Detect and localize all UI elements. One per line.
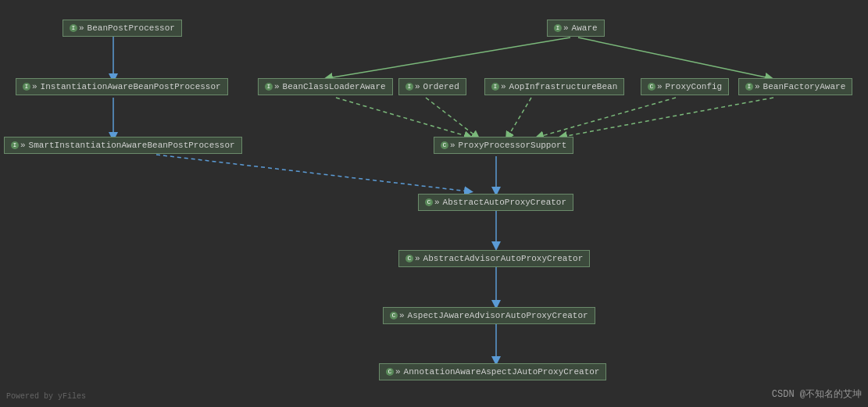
node-icon: I » — [265, 82, 280, 91]
node-label: BeanClassLoaderAware — [283, 82, 386, 91]
node-icon: C » — [405, 254, 420, 263]
node-AopInfrastructureBean[interactable]: I » AopInfrastructureBean — [484, 78, 624, 95]
node-label: Ordered — [423, 82, 459, 91]
node-icon: I » — [745, 82, 760, 91]
node-label: InstantiationAwareBeanPostProcessor — [41, 82, 221, 91]
node-SmartInstantiationAwareBeanPostProcessor[interactable]: I » SmartInstantiationAwareBeanPostProce… — [4, 137, 242, 154]
node-BeanPostProcessor[interactable]: I » BeanPostProcessor — [63, 20, 182, 37]
node-ProxyConfig[interactable]: C » ProxyConfig — [641, 78, 729, 95]
node-icon: C » — [386, 367, 401, 377]
watermark-right: CSDN @不知名的艾坤 — [772, 387, 862, 401]
node-InstantiationAwareBeanPostProcessor[interactable]: I » InstantiationAwareBeanPostProcessor — [16, 78, 228, 95]
node-icon: I » — [491, 82, 506, 91]
node-Aware[interactable]: I » Aware — [547, 20, 605, 37]
node-icon: I » — [23, 82, 38, 91]
node-label: AnnotationAwareAspectJAutoProxyCreator — [404, 367, 600, 377]
svg-line-6 — [156, 155, 469, 191]
node-icon: I » — [70, 23, 84, 33]
node-label: Aware — [572, 23, 598, 33]
node-icon: I » — [554, 23, 569, 33]
svg-line-7 — [328, 37, 570, 78]
node-Ordered[interactable]: I » Ordered — [398, 78, 466, 95]
node-AnnotationAwareAspectJAutoProxyCreator[interactable]: C » AnnotationAwareAspectJAutoProxyCreat… — [379, 363, 606, 380]
node-icon: C » — [648, 82, 663, 91]
node-label: AbstractAutoProxyCreator — [443, 198, 566, 207]
svg-line-11 — [508, 98, 531, 137]
node-AbstractAutoProxyCreator[interactable]: C » AbstractAutoProxyCreator — [418, 194, 573, 211]
node-label: ProxyProcessorSupport — [459, 141, 567, 150]
svg-line-8 — [578, 37, 770, 78]
node-AbstractAdvisorAutoProxyCreator[interactable]: C » AbstractAdvisorAutoProxyCreator — [398, 250, 590, 267]
node-icon: C » — [441, 141, 455, 150]
node-icon: I » — [405, 82, 420, 91]
node-icon: I » — [11, 141, 26, 150]
node-label: ProxyConfig — [666, 82, 723, 91]
node-icon: C » — [425, 198, 440, 207]
node-ProxyProcessorSupport[interactable]: C » ProxyProcessorSupport — [434, 137, 573, 154]
node-label: BeanPostProcessor — [88, 23, 175, 33]
node-label: SmartInstantiationAwareBeanPostProcessor — [29, 141, 235, 150]
node-AspectJAwareAdvisorAutoProxyCreator[interactable]: C » AspectJAwareAdvisorAutoProxyCreator — [383, 307, 595, 324]
node-label: AbstractAdvisorAutoProxyCreator — [423, 254, 584, 263]
svg-line-9 — [336, 98, 469, 137]
node-icon: C » — [390, 311, 405, 320]
svg-line-13 — [563, 98, 773, 137]
diagram-container: I » BeanPostProcessor I » Aware I » Inst… — [0, 0, 868, 407]
node-BeanFactoryAware[interactable]: I » BeanFactoryAware — [738, 78, 852, 95]
svg-line-12 — [539, 98, 676, 137]
svg-line-10 — [426, 98, 477, 137]
node-label: AopInfrastructureBean — [509, 82, 618, 91]
node-label: BeanFactoryAware — [763, 82, 846, 91]
node-label: AspectJAwareAdvisorAutoProxyCreator — [408, 311, 588, 320]
node-BeanClassLoaderAware[interactable]: I » BeanClassLoaderAware — [258, 78, 393, 95]
watermark-left: Powered by yFiles — [6, 392, 86, 401]
